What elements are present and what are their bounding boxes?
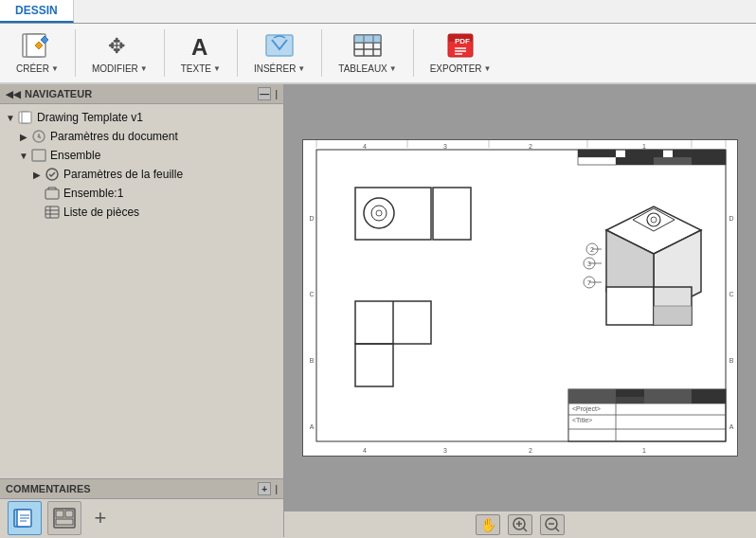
pan-tool-btn[interactable]: ✋ <box>476 514 500 535</box>
top-tab-bar: DESSIN <box>0 0 756 24</box>
svg-point-72 <box>364 198 394 228</box>
exporter-label: EXPORTER ▼ <box>430 63 492 74</box>
tree-params-feuille-label: Paramètres de la feuille <box>63 168 183 181</box>
tree-liste-pieces[interactable]: ▶ Liste de pièces <box>27 203 283 222</box>
creer-label: CRÉER ▼ <box>16 63 59 74</box>
svg-rect-64 <box>625 150 663 157</box>
svg-text:7: 7 <box>587 279 591 286</box>
tree-root-label: Drawing Template v1 <box>37 111 143 124</box>
commentaires-label: COMMENTAIRES <box>6 483 91 494</box>
svg-text:3: 3 <box>443 447 447 454</box>
svg-line-116 <box>555 528 559 531</box>
svg-rect-25 <box>45 189 59 199</box>
inserer-label: INSÉRER ▼ <box>254 63 305 74</box>
svg-rect-85 <box>606 287 654 325</box>
modifier-label: MODIFIER ▼ <box>92 63 148 74</box>
svg-rect-37 <box>65 511 73 517</box>
tree-root[interactable]: ▼ Drawing Template v1 <box>0 108 283 127</box>
svg-text:A: A <box>310 423 315 430</box>
svg-rect-12 <box>373 35 381 43</box>
tree-params-doc[interactable]: ▶ Paramètres du document <box>13 127 283 146</box>
commentaires-header: COMMENTAIRES + | <box>0 479 283 499</box>
tree-ensemble-children: ▶ Paramètres de la feuille ▶ <box>13 165 283 222</box>
tree-ensemble1-icon <box>44 186 61 201</box>
exporter-button[interactable]: PDF EXPORTER ▼ <box>420 27 502 79</box>
creer-button[interactable]: CRÉER ▼ <box>6 27 69 79</box>
modifier-button[interactable]: ✥ MODIFIER ▼ <box>81 27 158 79</box>
creer-icon <box>22 32 52 63</box>
svg-rect-105 <box>616 389 644 397</box>
svg-text:D: D <box>729 215 733 222</box>
texte-chevron: ▼ <box>213 64 221 73</box>
svg-rect-23 <box>32 150 45 161</box>
tree-ensemble1[interactable]: ▶ Ensemble:1 <box>27 184 283 203</box>
tree-params-feuille-toggle[interactable]: ▶ <box>30 168 44 181</box>
zoom-out-btn[interactable] <box>540 514 565 535</box>
add-sheet-button[interactable]: + <box>87 505 114 531</box>
modifier-chevron: ▼ <box>140 64 148 73</box>
svg-text:C: C <box>729 291 733 297</box>
inserer-button[interactable]: INSÉRER ▼ <box>243 27 315 79</box>
tree-ensemble[interactable]: ▼ Ensemble <box>13 146 283 165</box>
svg-rect-87 <box>654 306 692 325</box>
svg-text:<Title>: <Title> <box>572 417 592 423</box>
commentaires-add-btn[interactable]: + <box>258 482 271 495</box>
sheet-icon-1[interactable] <box>8 501 42 535</box>
navigator-collapse-icon[interactable]: ◀◀ <box>6 89 21 99</box>
svg-text:✥: ✥ <box>108 34 125 58</box>
tableaux-button[interactable]: TABLEAUX ▼ <box>328 27 406 79</box>
svg-text:A: A <box>191 34 207 59</box>
tableaux-chevron: ▼ <box>389 64 397 73</box>
svg-rect-20 <box>22 112 31 123</box>
svg-text:C: C <box>309 291 314 297</box>
svg-rect-71 <box>355 188 431 240</box>
svg-rect-38 <box>56 519 73 525</box>
svg-point-22 <box>38 135 41 138</box>
svg-rect-108 <box>616 397 644 404</box>
svg-text:<Project>: <Project> <box>572 405 601 413</box>
sep1 <box>75 29 76 77</box>
svg-text:2: 2 <box>590 246 594 253</box>
tab-dessin[interactable]: DESSIN <box>0 0 74 23</box>
tree-liste-pieces-icon <box>44 205 61 220</box>
main-area: ◀◀ NAVIGATEUR — | ▼ Drawing Template v1 <box>0 84 756 537</box>
navigator-header: ◀◀ NAVIGATEUR — | <box>0 84 283 104</box>
commentaires-header-right: + | <box>258 482 278 495</box>
svg-point-73 <box>371 206 387 221</box>
svg-text:3: 3 <box>587 260 591 267</box>
canvas-toolbar: ✋ <box>284 511 756 537</box>
main-toolbar: CRÉER ▼ ✥ MODIFIER ▼ A TEXTE ▼ <box>0 24 756 84</box>
tree-params-feuille[interactable]: ▶ Paramètres de la feuille <box>27 165 283 184</box>
zoom-in-btn[interactable] <box>508 514 532 535</box>
texte-button[interactable]: A TEXTE ▼ <box>171 27 231 79</box>
texte-icon: A <box>186 32 216 63</box>
svg-text:PDF: PDF <box>455 37 470 45</box>
tree-params-feuille-icon <box>44 167 61 182</box>
svg-rect-26 <box>45 206 59 218</box>
svg-point-74 <box>376 210 382 216</box>
svg-text:3: 3 <box>443 143 447 150</box>
exporter-chevron: ▼ <box>484 64 492 73</box>
tree-params-doc-toggle[interactable]: ▶ <box>17 130 30 143</box>
svg-text:D: D <box>309 215 314 222</box>
tableaux-icon <box>352 32 383 63</box>
tree-ensemble-toggle[interactable]: ▼ <box>17 149 30 162</box>
svg-rect-63 <box>578 150 616 157</box>
right-panel: 4 3 2 1 4 3 2 1 D C B A D C <box>284 84 756 537</box>
drawing-sheet: 4 3 2 1 4 3 2 1 D C B A D C <box>302 139 738 457</box>
sep5 <box>413 29 414 77</box>
svg-rect-69 <box>654 157 692 165</box>
navigator-pin-btn[interactable]: — <box>258 87 271 100</box>
sheet-icon-2[interactable] <box>47 501 81 535</box>
drawing-svg: 4 3 2 1 4 3 2 1 D C B A D C <box>303 140 739 457</box>
svg-rect-36 <box>56 511 63 517</box>
tree-root-toggle[interactable]: ▼ <box>4 111 17 124</box>
commentaires-divider: | <box>275 484 278 494</box>
svg-rect-77 <box>355 344 393 386</box>
svg-rect-109 <box>654 397 682 404</box>
tree-ensemble-icon <box>30 148 47 163</box>
tree-params-doc-icon <box>30 129 47 144</box>
svg-rect-70 <box>692 157 726 165</box>
tree-root-icon <box>17 110 34 125</box>
nav-tree: ▼ Drawing Template v1 ▶ Paramètres du <box>0 104 283 478</box>
